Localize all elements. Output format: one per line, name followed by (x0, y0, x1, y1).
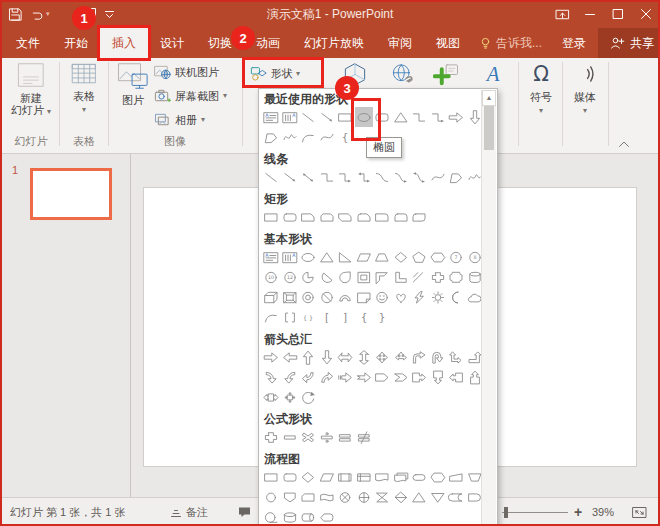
shape-teardrop[interactable] (336, 267, 355, 287)
shape-arrow[interactable] (318, 107, 337, 127)
zoom-in-button[interactable]: + (574, 498, 582, 526)
links-button[interactable] (386, 58, 420, 90)
shape-freeform[interactable] (262, 127, 281, 147)
shape-donut[interactable] (299, 287, 318, 307)
shape-left-right-arrow-callout[interactable] (262, 387, 281, 407)
shape-quad-arrow-callout[interactable] (281, 387, 300, 407)
shape-stored-data[interactable] (447, 487, 466, 507)
shape-left-arrow-callout[interactable] (447, 367, 466, 387)
shape-rounded-rectangle[interactable] (373, 107, 392, 127)
shape-circular-arrow[interactable] (299, 387, 318, 407)
shape-striped-right-arrow[interactable] (336, 367, 355, 387)
shape-quad-arrow[interactable] (373, 347, 392, 367)
shape-internal-storage[interactable] (355, 467, 374, 487)
shape-multidocument[interactable] (392, 467, 411, 487)
shape-decision[interactable] (299, 467, 318, 487)
screenshot-button[interactable]: 屏幕截图▾ (154, 86, 227, 106)
notes-button[interactable]: 备注 (170, 498, 208, 526)
undo-button[interactable]: ▾ (30, 7, 50, 21)
shape-triangle[interactable] (318, 247, 337, 267)
shape-down-arrow[interactable] (318, 347, 337, 367)
shape-left-arrow[interactable] (281, 347, 300, 367)
shape-scribble[interactable] (281, 127, 300, 147)
shape-rectangle[interactable] (262, 207, 281, 227)
shape-diamond[interactable] (392, 247, 411, 267)
shape-ellipse[interactable] (299, 247, 318, 267)
shape-dodecagon[interactable]: 12 (281, 267, 300, 287)
shape-cube[interactable] (262, 287, 281, 307)
shape-connector[interactable] (262, 487, 281, 507)
text-box-button[interactable]: A (476, 58, 510, 90)
shape-elbow-arrow-connector[interactable] (336, 167, 355, 187)
shape-pentagon-arrow[interactable] (373, 367, 392, 387)
shape-decagon[interactable]: 10 (262, 267, 281, 287)
sign-in-button[interactable]: 登录 (550, 28, 598, 58)
shape-manual-input[interactable] (447, 467, 466, 487)
shape-not-equal[interactable] (355, 427, 374, 447)
shape-sequential-access-storage[interactable] (262, 507, 281, 526)
share-button[interactable]: 共享 (598, 28, 660, 58)
undo-dropdown-arrow[interactable]: ▾ (46, 10, 50, 18)
shape-curve[interactable] (429, 167, 448, 187)
shape-up-arrow[interactable] (299, 347, 318, 367)
shape-line[interactable] (262, 167, 281, 187)
shape-smiley[interactable] (373, 287, 392, 307)
shape-elbow-connector[interactable] (410, 107, 429, 127)
collapse-ribbon-button[interactable] (614, 138, 634, 150)
shape-plus[interactable] (262, 427, 281, 447)
tab-view[interactable]: 视图 (424, 28, 472, 58)
close-button[interactable] (632, 0, 660, 28)
shape-punched-tape[interactable] (318, 487, 337, 507)
minimize-button[interactable] (576, 0, 604, 28)
media-button[interactable]: 媒体 ▾ (566, 58, 604, 130)
shape-bent-arrow[interactable] (410, 347, 429, 367)
shape-rounded-rectangle[interactable] (281, 207, 300, 227)
shape-curve[interactable] (318, 127, 337, 147)
shape-left-up-arrow[interactable] (447, 347, 466, 367)
symbol-button[interactable]: Ω 符号 ▾ (522, 58, 560, 130)
shape-half-frame[interactable] (373, 267, 392, 287)
shape-curved-double-arrow-connector[interactable] (410, 167, 429, 187)
ribbon-display-options-button[interactable] (548, 0, 576, 28)
tab-review[interactable]: 审阅 (376, 28, 424, 58)
shape-left-right-up-arrow[interactable] (392, 347, 411, 367)
shape-snip-same-side-corner[interactable] (318, 207, 337, 227)
shape-double-arrow[interactable] (299, 167, 318, 187)
shape-down-arrow-callout[interactable] (429, 367, 448, 387)
shape-equal[interactable] (336, 427, 355, 447)
shape-snip-round-single-corner[interactable] (355, 207, 374, 227)
shape-folded-corner[interactable] (355, 287, 374, 307)
shape-alternate-process[interactable] (281, 467, 300, 487)
shape-no-symbol[interactable] (318, 287, 337, 307)
shape-left-brace[interactable]: { (355, 307, 374, 327)
tab-design[interactable]: 设计 (148, 28, 196, 58)
shape-freeform[interactable] (447, 167, 466, 187)
shape-trapezoid[interactable] (373, 247, 392, 267)
shape-arc[interactable] (262, 307, 281, 327)
shape-diagonal-stripe[interactable] (410, 267, 429, 287)
shape-arc[interactable] (299, 127, 318, 147)
shape-document[interactable] (373, 467, 392, 487)
shape-elbow-double-arrow-connector[interactable] (355, 167, 374, 187)
pictures-button[interactable]: 图片 (112, 60, 154, 106)
shape-right-arrow[interactable] (262, 347, 281, 367)
shape-process[interactable] (262, 467, 281, 487)
shape-direct-access-storage[interactable] (299, 507, 318, 526)
customize-qat-button[interactable] (104, 9, 115, 20)
shape-chord[interactable] (318, 267, 337, 287)
shape-data[interactable] (318, 467, 337, 487)
shape-right-brace[interactable]: } (373, 307, 392, 327)
shape-left-right-arrow[interactable] (336, 347, 355, 367)
shape-or[interactable] (355, 487, 374, 507)
shape-left-brace[interactable]: { (336, 127, 355, 147)
zoom-slider[interactable] (502, 512, 568, 513)
shape-elbow-connector[interactable] (318, 167, 337, 187)
shape-rectangle[interactable] (336, 107, 355, 127)
shape-line[interactable] (299, 107, 318, 127)
shape-collate[interactable] (373, 487, 392, 507)
save-button[interactable] (8, 7, 23, 22)
shape-double-bracket[interactable] (281, 307, 300, 327)
shape-u-turn-arrow[interactable] (429, 347, 448, 367)
shape-curved-down-arrow[interactable] (299, 367, 318, 387)
photo-album-button[interactable]: 相册▾ (154, 110, 205, 130)
